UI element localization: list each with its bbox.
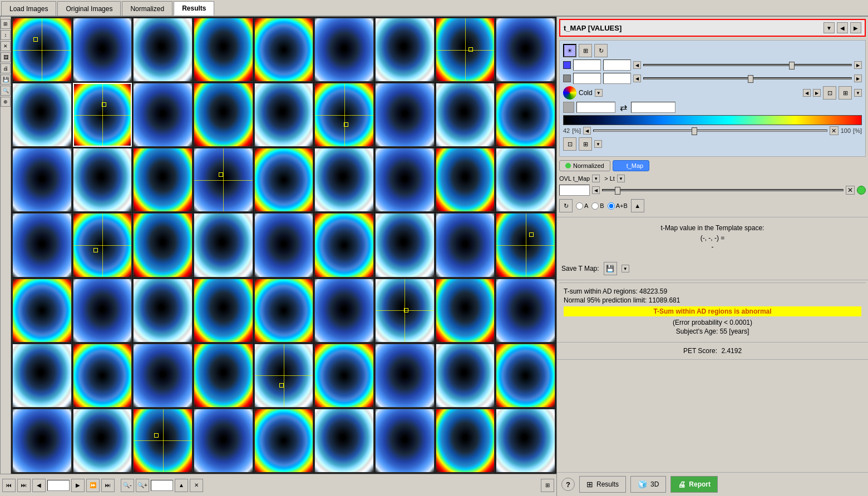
- save-dropdown[interactable]: ▼: [622, 265, 629, 272]
- brain-cell[interactable]: ARLP: [133, 18, 193, 82]
- brain-cell[interactable]: ARLP: [12, 409, 72, 473]
- icon-btn-grid[interactable]: ⊞: [579, 44, 592, 57]
- btn-start[interactable]: ⏮: [2, 479, 16, 492]
- brain-cell[interactable]: ARLP: [254, 213, 314, 277]
- display-icon1[interactable]: ⊡: [563, 137, 576, 151]
- colormap-icon2[interactable]: ⊞: [839, 86, 852, 100]
- btn-zoom-out[interactable]: 🔍-: [121, 479, 134, 492]
- percent-slider-left[interactable]: ◀: [583, 127, 591, 135]
- channel-slider-left[interactable]: ◀: [633, 61, 641, 69]
- channel2-input[interactable]: 1: [603, 59, 631, 71]
- brain-cell[interactable]: ARLP: [12, 279, 72, 343]
- swap-btn[interactable]: ⇄: [618, 102, 629, 113]
- brain-cell[interactable]: ARLP: [496, 213, 555, 277]
- lower-value-input[interactable]: 0.0: [576, 102, 615, 113]
- radio-b[interactable]: [591, 202, 599, 210]
- save-tmap-btn[interactable]: 💾: [604, 262, 617, 275]
- brain-cell[interactable]: ARLP: [133, 213, 193, 277]
- radio-extra-btn[interactable]: ▲: [631, 199, 644, 212]
- brain-cell[interactable]: ARLP: [194, 148, 253, 212]
- brain-cell[interactable]: ARLP: [436, 213, 495, 277]
- brain-cell[interactable]: ARLP: [496, 18, 555, 82]
- brain-cell[interactable]: ARLP: [314, 344, 374, 408]
- channel2-slider-left[interactable]: ◀: [633, 75, 641, 82]
- percent-x-btn[interactable]: ✕: [830, 126, 839, 135]
- brain-cell[interactable]: ARLP: [194, 18, 253, 82]
- ovl-slider[interactable]: [602, 189, 844, 191]
- brain-cell[interactable]: ARLP: [73, 83, 132, 147]
- colormap-icon1[interactable]: ⊡: [823, 86, 836, 100]
- radio-a[interactable]: [576, 202, 583, 210]
- brain-cell[interactable]: ARLP: [254, 83, 314, 147]
- channel-slider[interactable]: [643, 64, 852, 66]
- brain-cell[interactable]: ARLP: [496, 83, 555, 147]
- side-btn-8[interactable]: ⊕: [1, 97, 11, 107]
- brain-cell[interactable]: ARLP: [436, 18, 495, 82]
- brain-cell[interactable]: ARLP: [314, 279, 374, 343]
- colormap-next[interactable]: ▶: [813, 89, 821, 97]
- brain-cell[interactable]: ARLP: [375, 18, 435, 82]
- brain-cell[interactable]: ARLP: [133, 279, 193, 343]
- frame-input[interactable]: 11: [47, 480, 70, 491]
- brain-cell[interactable]: ARLP: [314, 18, 374, 82]
- help-button[interactable]: ?: [561, 478, 575, 491]
- brain-cell[interactable]: ARLP: [12, 344, 72, 408]
- brain-cell[interactable]: ARLP: [133, 83, 193, 147]
- channel2-slider-right[interactable]: ▶: [854, 75, 862, 82]
- brain-cell[interactable]: ARLP: [73, 213, 132, 277]
- brain-cell[interactable]: ARLP: [375, 83, 435, 147]
- btn-next[interactable]: ▶: [71, 479, 85, 492]
- channel1-input[interactable]: 11: [573, 59, 601, 71]
- side-btn-5[interactable]: 🖨: [1, 63, 11, 73]
- tab-results[interactable]: Results: [174, 1, 214, 16]
- brain-cell[interactable]: ARLP: [496, 409, 555, 473]
- brain-cell[interactable]: ARLP: [314, 409, 374, 473]
- layer-tab-tmap[interactable]: t_Map: [613, 160, 650, 171]
- tab-normalized[interactable]: Normalized: [122, 1, 172, 16]
- ovl-dropdown[interactable]: ▼: [592, 175, 600, 182]
- brain-cell[interactable]: ARLP: [436, 279, 495, 343]
- brain-cell[interactable]: ARLP: [436, 83, 495, 147]
- brain-cell[interactable]: ARLP: [73, 148, 132, 212]
- side-btn-3[interactable]: ✕: [1, 41, 11, 51]
- brain-cell[interactable]: ARLP: [12, 83, 72, 147]
- brain-cell[interactable]: ARLP: [314, 213, 374, 277]
- brain-cell[interactable]: ARLP: [12, 18, 72, 82]
- layer-tab-normalized[interactable]: Normalized: [559, 160, 610, 171]
- brain-cell[interactable]: ARLP: [375, 213, 435, 277]
- results-button[interactable]: ⊞ Results: [579, 476, 626, 493]
- percent-slider[interactable]: [593, 130, 827, 132]
- btn-prev[interactable]: ◀: [32, 479, 46, 492]
- brain-cell[interactable]: ARLP: [254, 279, 314, 343]
- ovl-x-btn[interactable]: ✕: [846, 186, 855, 195]
- brain-cell[interactable]: ARLP: [73, 18, 132, 82]
- tab-original-images[interactable]: Original Images: [57, 1, 121, 16]
- btn-end[interactable]: ⏭: [101, 479, 115, 492]
- display-icon2[interactable]: ⊞: [579, 137, 592, 151]
- colormap-prev[interactable]: ◀: [803, 89, 811, 97]
- brain-cell[interactable]: ARLP: [375, 279, 435, 343]
- brain-cell[interactable]: ARLP: [194, 344, 253, 408]
- brain-cell[interactable]: ARLP: [194, 83, 253, 147]
- display-more[interactable]: ▼: [594, 140, 602, 148]
- btn-reset[interactable]: ✕: [190, 479, 203, 492]
- tmap-dropdown-btn[interactable]: ▼: [823, 22, 835, 33]
- btn-up[interactable]: ▲: [175, 479, 188, 492]
- brain-cell[interactable]: ARLP: [12, 148, 72, 212]
- brain-cell[interactable]: ARLP: [436, 148, 495, 212]
- brain-cell[interactable]: ARLP: [314, 148, 374, 212]
- zoom-input[interactable]: 1.0: [151, 480, 173, 491]
- channel3-input[interactable]: [573, 73, 601, 84]
- channel2-slider[interactable]: [643, 77, 852, 80]
- brain-cell[interactable]: ARLP: [194, 409, 253, 473]
- channel-slider-right[interactable]: ▶: [854, 61, 862, 69]
- radio-cycle-btn[interactable]: ↻: [559, 199, 573, 212]
- brain-cell[interactable]: ARLP: [194, 279, 253, 343]
- threed-button[interactable]: 🧊 3D: [630, 476, 666, 493]
- brain-cell[interactable]: ARLP: [436, 409, 495, 473]
- report-button[interactable]: 🖨 Report: [670, 476, 718, 493]
- icon-btn-cycle[interactable]: ↻: [594, 44, 608, 57]
- side-btn-4[interactable]: 🖼: [1, 52, 11, 62]
- channel4-input[interactable]: [603, 73, 631, 84]
- brain-cell[interactable]: ARLP: [73, 409, 132, 473]
